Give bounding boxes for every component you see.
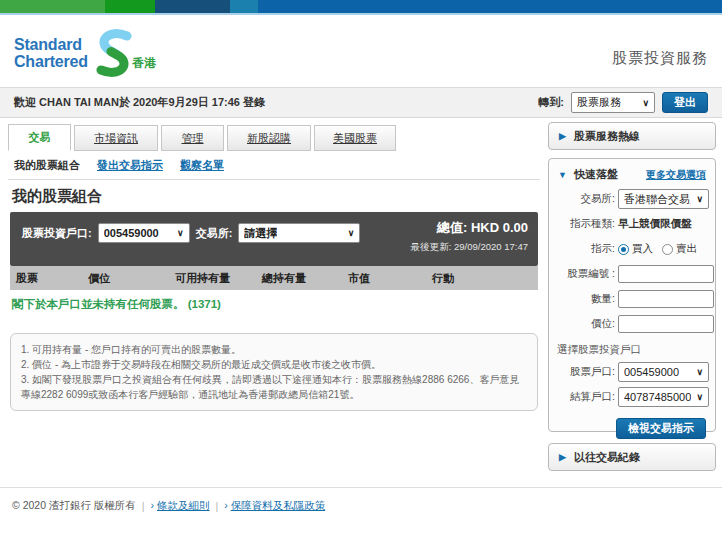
chevron-down-icon: ∨	[348, 228, 355, 238]
logout-button[interactable]: 登出	[662, 92, 708, 113]
order-side-row: 指示: 買入 賣出	[555, 239, 709, 259]
quick-exchange-label: 交易所:	[555, 192, 615, 206]
stock-account-label: 股票戶口:	[555, 365, 615, 379]
collapsed-arrow-icon: ▶	[559, 131, 566, 141]
tab-label: 交易	[29, 130, 51, 145]
stock-account-select[interactable]: 005459000 ∨	[618, 362, 709, 382]
col-available-holdings: 可用持有量	[175, 271, 262, 286]
footnote-3: 3. 如閣下發現股票戶口之投資組合有任何歧異，請即透過以下途徑通知本行：股票服務…	[21, 372, 527, 402]
quantity-row: 數量:	[555, 289, 709, 309]
col-market-value: 市值	[348, 271, 432, 286]
quick-exchange-value: 香港聯合交易所(香	[624, 192, 691, 207]
service-title: 股票投資服務	[612, 49, 708, 68]
investment-account-select[interactable]: 005459000 ∨	[98, 223, 190, 243]
brand-wordmark: Standard Chartered	[14, 36, 88, 70]
region-label: 香港	[132, 55, 156, 72]
quick-exchange-select[interactable]: 香港聯合交易所(香 ∨	[618, 189, 709, 209]
col-action: 行動	[432, 271, 538, 286]
link-arrow-icon: ›	[224, 499, 228, 511]
trade-history-panel-title: 以往交易紀錄	[574, 450, 640, 465]
quantity-input[interactable]	[618, 290, 714, 308]
price-row: 價位:	[555, 314, 709, 334]
top-stripe-seg-2	[105, 0, 155, 13]
privacy-link-label: 保障資料及私隱政策	[231, 499, 326, 511]
tab-admin[interactable]: 管理	[161, 125, 224, 151]
tab-label: 新股認購	[247, 131, 291, 146]
total-label: 總值:	[437, 220, 467, 235]
expanded-arrow-icon: ▼	[558, 170, 567, 180]
settlement-account-select[interactable]: 40787485000H ∨	[618, 387, 709, 407]
investment-account-label: 股票投資戶口:	[22, 226, 92, 241]
goto-select[interactable]: 股票服務 ∨	[571, 92, 655, 113]
total-value: HKD 0.00	[471, 220, 528, 235]
subnav-my-portfolio[interactable]: 我的股票組合	[14, 158, 80, 173]
tab-ipo[interactable]: 新股認購	[227, 125, 311, 151]
review-order-button[interactable]: 檢視交易指示	[616, 418, 706, 439]
stock-code-row: 股票編號 :	[555, 264, 709, 284]
subnav-watchlist[interactable]: 觀察名單	[180, 158, 224, 173]
quick-order-header[interactable]: ▼ 快速落盤 更多交易選項	[549, 159, 715, 189]
more-trade-options-link[interactable]: 更多交易選項	[646, 168, 706, 182]
tab-market-info[interactable]: 市場資訊	[74, 125, 158, 151]
tab-label: 美國股票	[333, 131, 377, 146]
stock-account-row: 股票戶口: 005459000 ∨	[555, 362, 709, 382]
goto-select-value: 股票服務	[577, 95, 621, 110]
empty-message-code: (1371)	[188, 298, 221, 310]
brand-name-line1: Standard	[14, 36, 88, 53]
account-selector-panel: 股票投資戶口: 005459000 ∨ 交易所: 請選擇 ∨ 總值: HKD 0…	[10, 212, 538, 266]
hotline-panel[interactable]: ▶ 股票服務熱線	[548, 122, 716, 150]
collapsed-arrow-icon: ▶	[559, 452, 566, 462]
terms-link[interactable]: › 條款及細則	[151, 499, 210, 513]
top-stripe-seg-3	[155, 0, 230, 13]
terms-link-label: 條款及細則	[157, 499, 210, 511]
brand-name-line2: Chartered	[14, 53, 88, 70]
hotline-panel-title: 股票服務熱線	[574, 129, 640, 144]
footnote-1: 1. 可用持有量 - 您戶口持有的可賣出的股票數量。	[21, 342, 527, 357]
privacy-link[interactable]: › 保障資料及私隱政策	[224, 499, 325, 513]
separator: |	[216, 500, 219, 512]
price-label: 價位:	[555, 317, 615, 331]
page-title: 我的股票組合	[12, 187, 102, 206]
stock-code-input[interactable]	[618, 265, 714, 283]
order-type-label: 指示種類:	[555, 217, 615, 231]
welcome-text: 歡迎 CHAN TAI MAN於 2020年9月29日 17:46 登錄	[14, 95, 265, 110]
sell-radio-label[interactable]: 賣出	[676, 242, 697, 256]
stock-code-label: 股票編號 :	[555, 267, 615, 281]
brand-logo: Standard Chartered	[14, 29, 134, 77]
footer: © 2020 渣打銀行 版權所有 | › 條款及細則 | › 保障資料及私隱政策	[12, 499, 325, 513]
separator: |	[142, 500, 145, 512]
buy-radio-label[interactable]: 買入	[632, 242, 653, 256]
exchange-select-value: 請選擇	[244, 226, 277, 241]
welcome-controls: 轉到: 股票服務 ∨ 登出	[538, 92, 708, 113]
col-price: 價位	[88, 271, 175, 286]
tab-us-stocks[interactable]: 美國股票	[314, 125, 396, 151]
subnav-divider	[8, 179, 540, 180]
standard-chartered-trustmark-icon	[94, 29, 134, 77]
top-stripe-seg-5	[258, 0, 722, 13]
top-stripe-seg-4	[230, 0, 258, 13]
updated-value: 29/09/2020 17:47	[454, 241, 528, 252]
main-tabs: 交易 市場資訊 管理 新股認購 美國股票	[8, 124, 399, 151]
link-arrow-icon: ›	[151, 499, 155, 511]
trade-history-panel[interactable]: ▶ 以往交易紀錄	[548, 443, 716, 471]
price-input[interactable]	[618, 315, 714, 333]
account-section-label: 選擇股票投資戶口	[557, 343, 707, 357]
settlement-account-row: 結算戶口: 40787485000H ∨	[555, 387, 709, 407]
chevron-down-icon: ∨	[696, 367, 703, 377]
quick-order-title: 快速落盤	[574, 167, 618, 182]
hotline-panel-header[interactable]: ▶ 股票服務熱線	[549, 123, 715, 149]
total-value-line: 總值: HKD 0.00	[411, 219, 528, 237]
subnav-place-order[interactable]: 發出交易指示	[97, 158, 163, 173]
tab-trading[interactable]: 交易	[8, 124, 71, 151]
trade-history-panel-header[interactable]: ▶ 以往交易紀錄	[549, 444, 715, 470]
exchange-select[interactable]: 請選擇 ∨	[238, 223, 360, 243]
buy-radio[interactable]	[618, 244, 629, 255]
settlement-account-value: 40787485000H	[624, 391, 691, 403]
goto-label: 轉到:	[538, 95, 564, 110]
quantity-label: 數量:	[555, 292, 615, 306]
page: Standard Chartered 香港 股票投資服務 歡迎 CHAN TAI…	[0, 0, 722, 542]
footer-divider	[0, 487, 722, 488]
sell-radio[interactable]	[662, 244, 673, 255]
tab-label: 市場資訊	[94, 131, 138, 146]
sub-nav: 我的股票組合 發出交易指示 觀察名單	[14, 158, 224, 173]
